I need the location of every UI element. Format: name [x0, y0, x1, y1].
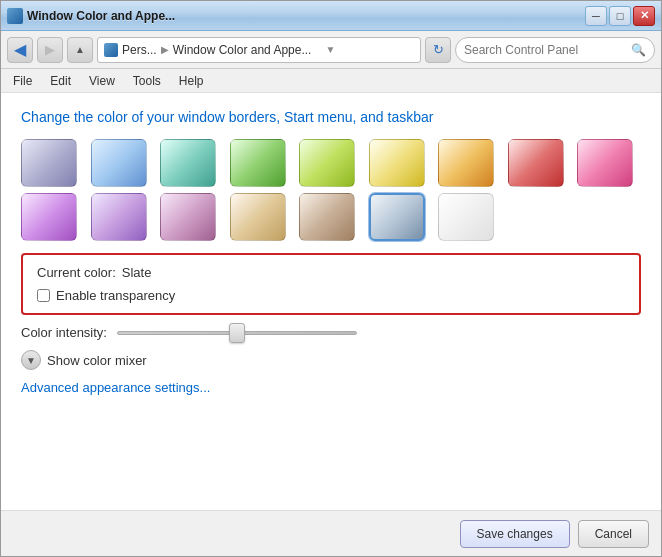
- menu-edit[interactable]: Edit: [42, 71, 79, 91]
- search-box[interactable]: 🔍: [455, 37, 655, 63]
- swatch-mauve[interactable]: [160, 193, 216, 241]
- swatch-teal[interactable]: [160, 139, 216, 187]
- intensity-slider-thumb[interactable]: [229, 323, 245, 343]
- swatches-grid: [21, 139, 641, 241]
- title-bar-controls: ─ □ ✕: [585, 6, 655, 26]
- mixer-label: Show color mixer: [47, 353, 147, 368]
- close-button[interactable]: ✕: [633, 6, 655, 26]
- swatch-pink[interactable]: [577, 139, 633, 187]
- swatch-red[interactable]: [508, 139, 564, 187]
- current-color-value: Slate: [122, 265, 152, 280]
- transparency-label: Enable transparency: [56, 288, 175, 303]
- search-icon: 🔍: [631, 43, 646, 57]
- main-window: Window Color and Appe... ─ □ ✕ ◀ ▶ ▲ Per…: [0, 0, 662, 557]
- search-input[interactable]: [464, 43, 627, 57]
- transparency-checkbox[interactable]: [37, 289, 50, 302]
- minimize-button[interactable]: ─: [585, 6, 607, 26]
- menu-view[interactable]: View: [81, 71, 123, 91]
- up-button[interactable]: ▲: [67, 37, 93, 63]
- path-dropdown-button[interactable]: ▼: [315, 44, 335, 55]
- swatch-lilac[interactable]: [91, 193, 147, 241]
- maximize-button[interactable]: □: [609, 6, 631, 26]
- menu-bar: File Edit View Tools Help: [1, 69, 661, 93]
- page-title: Change the color of your window borders,…: [21, 109, 641, 125]
- transparency-row: Enable transparency: [37, 288, 625, 303]
- swatch-slate[interactable]: [369, 193, 425, 241]
- current-color-row: Current color: Slate: [37, 265, 625, 280]
- swatch-lavender[interactable]: [21, 193, 77, 241]
- address-path[interactable]: Pers... ▶ Window Color and Appe... ▼: [97, 37, 421, 63]
- swatch-lime[interactable]: [299, 139, 355, 187]
- swatch-green[interactable]: [230, 139, 286, 187]
- current-color-label: Current color:: [37, 265, 116, 280]
- menu-tools[interactable]: Tools: [125, 71, 169, 91]
- swatch-default[interactable]: [21, 139, 77, 187]
- path-part-1: Pers...: [122, 43, 157, 57]
- mixer-toggle-button[interactable]: ▼: [21, 350, 41, 370]
- intensity-row: Color intensity:: [21, 325, 641, 340]
- back-button[interactable]: ◀: [7, 37, 33, 63]
- main-content: Change the color of your window borders,…: [1, 93, 661, 510]
- path-part-2: Window Color and Appe...: [173, 43, 312, 57]
- swatch-yellow[interactable]: [369, 139, 425, 187]
- swatch-tan[interactable]: [230, 193, 286, 241]
- swatch-taupe[interactable]: [299, 193, 355, 241]
- footer: Save changes Cancel: [1, 510, 661, 556]
- title-bar: Window Color and Appe... ─ □ ✕: [1, 1, 661, 31]
- swatch-white[interactable]: [438, 193, 494, 241]
- menu-file[interactable]: File: [5, 71, 40, 91]
- forward-button[interactable]: ▶: [37, 37, 63, 63]
- address-bar: ◀ ▶ ▲ Pers... ▶ Window Color and Appe...…: [1, 31, 661, 69]
- mixer-row[interactable]: ▼ Show color mixer: [21, 350, 641, 370]
- current-color-box: Current color: Slate Enable transparency: [21, 253, 641, 315]
- path-separator-1: ▶: [161, 44, 169, 55]
- swatch-orange[interactable]: [438, 139, 494, 187]
- refresh-button[interactable]: ↻: [425, 37, 451, 63]
- cancel-button[interactable]: Cancel: [578, 520, 649, 548]
- intensity-slider-track[interactable]: [117, 331, 357, 335]
- window-title: Window Color and Appe...: [27, 9, 585, 23]
- menu-help[interactable]: Help: [171, 71, 212, 91]
- advanced-appearance-link[interactable]: Advanced appearance settings...: [21, 380, 641, 395]
- window-icon: [7, 8, 23, 24]
- swatch-sky[interactable]: [91, 139, 147, 187]
- path-icon: [104, 43, 118, 57]
- save-changes-button[interactable]: Save changes: [460, 520, 570, 548]
- intensity-label: Color intensity:: [21, 325, 107, 340]
